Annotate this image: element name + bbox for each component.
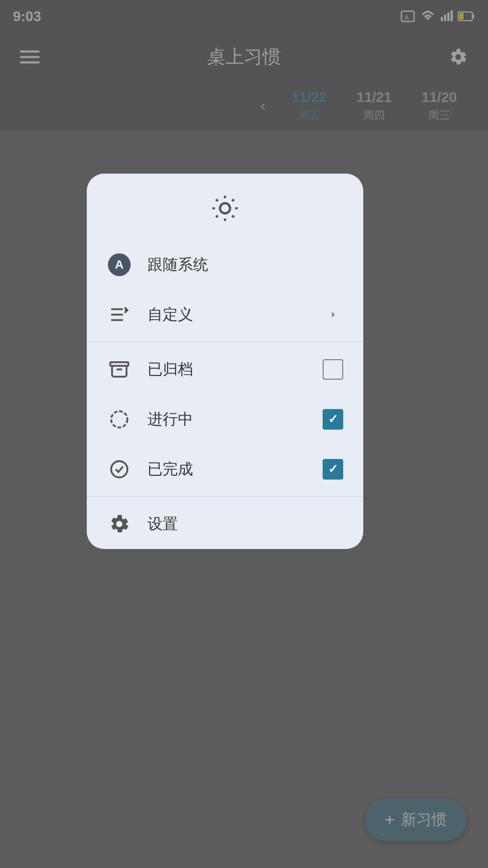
popup-card: A 跟随系统 自定义 已归档	[87, 174, 363, 549]
menu-item-follow-system[interactable]: A 跟随系统	[87, 240, 363, 290]
gear-icon	[106, 511, 132, 537]
menu-label-archived: 已归档	[147, 359, 307, 380]
menu-item-customize[interactable]: 自定义	[87, 290, 363, 340]
checkbox-in-progress[interactable]	[323, 409, 343, 430]
completed-icon	[106, 456, 132, 482]
menu-label-follow-system: 跟随系统	[147, 254, 344, 275]
customize-arrow	[322, 309, 344, 321]
svg-line-20	[232, 200, 234, 201]
menu-item-archived[interactable]: 已归档	[87, 344, 363, 394]
sun-area	[87, 174, 363, 240]
menu-item-completed[interactable]: 已完成	[87, 444, 363, 494]
menu-label-customize: 自定义	[147, 304, 307, 325]
svg-line-18	[232, 215, 234, 217]
svg-rect-25	[110, 362, 128, 366]
archive-icon	[106, 356, 132, 382]
checkbox-completed[interactable]	[323, 459, 343, 480]
menu-item-in-progress[interactable]: 进行中	[87, 394, 363, 444]
divider-2	[87, 496, 363, 497]
in-progress-checkbox[interactable]	[322, 409, 344, 430]
checkbox-archived[interactable]	[323, 359, 343, 380]
svg-point-12	[220, 203, 230, 214]
svg-line-17	[216, 200, 218, 201]
divider-1	[87, 342, 363, 342]
svg-point-27	[111, 411, 127, 427]
a-badge-icon: A	[106, 252, 132, 278]
menu-item-settings[interactable]: 设置	[87, 499, 363, 549]
menu-label-completed: 已完成	[147, 459, 307, 480]
svg-line-19	[216, 215, 218, 217]
menu-label-settings: 设置	[147, 514, 344, 534]
archived-checkbox[interactable]	[322, 359, 344, 380]
in-progress-icon	[106, 406, 132, 432]
sort-icon	[106, 302, 132, 328]
svg-point-28	[111, 461, 127, 477]
sun-icon	[210, 193, 240, 224]
completed-checkbox[interactable]	[322, 459, 344, 480]
menu-label-in-progress: 进行中	[147, 409, 307, 430]
